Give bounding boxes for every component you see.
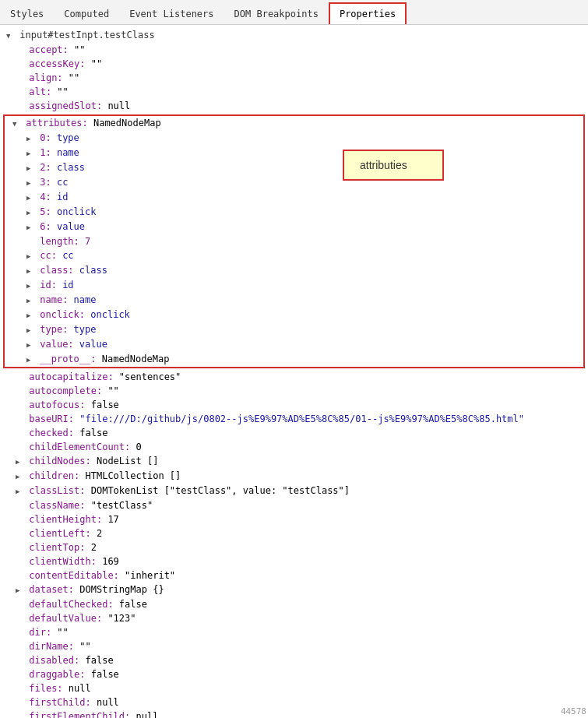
defaultchecked-prop: defaultChecked: false	[0, 597, 588, 611]
attr-index-2: 2: class	[5, 160, 583, 175]
attributes-key: attributes:	[26, 118, 87, 128]
assignedslot-leaf	[16, 100, 23, 112]
assignedslot-prop: assignedSlot: null	[0, 99, 588, 113]
attr-id-key: id:	[40, 280, 57, 290]
clientheight-prop: clientHeight: 17	[0, 512, 588, 526]
accept-prop: accept: ""	[0, 43, 588, 57]
accept-key: accept:	[29, 44, 69, 55]
attr-index-5: 5: onclick	[5, 205, 583, 220]
tab-event-listeners[interactable]: Event Listeners	[119, 2, 224, 24]
attr-length-label: length: 7	[40, 236, 90, 247]
childelementcount-prop: childElementCount: 0	[0, 440, 588, 454]
watermark: 44578	[561, 706, 586, 716]
attr-0-arrow[interactable]	[26, 132, 34, 145]
tab-styles[interactable]: Styles	[0, 2, 54, 24]
draggable-prop: draggable: false	[0, 667, 588, 681]
attr-name-key: name:	[40, 294, 68, 305]
attr-4-arrow[interactable]	[26, 191, 34, 204]
attr-id: id: id	[5, 278, 583, 293]
attr-name: name: name	[5, 293, 583, 308]
tab-properties[interactable]: Properties	[329, 2, 407, 24]
contenteditable-prop: contentEditable: "inherit"	[0, 568, 588, 582]
attr-type-arrow[interactable]	[26, 323, 34, 336]
checked-prop: checked: false	[0, 426, 588, 440]
attr-0-label: 0: type	[40, 132, 79, 143]
defaultvalue-prop: defaultValue: "123"	[0, 611, 588, 625]
autocapitalize-prop: autocapitalize: "sentences"	[0, 370, 588, 384]
attr-name-arrow[interactable]	[26, 294, 34, 307]
attr-proto: __proto__: NamedNodeMap	[5, 352, 583, 367]
attr-1-arrow[interactable]	[26, 146, 34, 160]
attr-type-val: type	[68, 324, 96, 335]
accesskey-prop: accessKey: ""	[0, 57, 588, 71]
classname-prop: className: "testClass"	[0, 498, 588, 512]
attributes-section: attributes: NamedNodeMap 0: type 1: name…	[3, 114, 585, 368]
attributes-header: attributes: NamedNodeMap	[5, 116, 583, 131]
attr-class-val: class	[74, 265, 107, 276]
attr-2-arrow[interactable]	[26, 161, 34, 174]
align-value: ""	[63, 72, 80, 83]
attr-onclick-val: onclick	[85, 309, 130, 320]
assignedslot-value: null	[102, 100, 130, 111]
attr-6-label: 6: value	[40, 221, 85, 232]
classlist-prop: classList: DOMTokenList ["testClass", va…	[0, 484, 588, 498]
clienttop-prop: clientTop: 2	[0, 540, 588, 554]
children-prop: children: HTMLCollection []	[0, 469, 588, 484]
attr-class-key: class:	[40, 265, 73, 276]
align-key: align:	[29, 72, 62, 83]
attr-onclick: onclick: onclick	[5, 308, 583, 322]
attr-cc-val: cc	[57, 250, 74, 261]
attr-id-val: id	[57, 280, 74, 290]
disabled-prop: disabled: false	[0, 653, 588, 667]
accept-value: ""	[69, 44, 86, 55]
attr-4-label: 4: id	[40, 192, 68, 202]
attr-id-arrow[interactable]	[26, 279, 34, 292]
accesskey-leaf	[16, 58, 23, 70]
attr-proto-arrow[interactable]	[26, 353, 34, 366]
attr-value: value: value	[5, 337, 583, 352]
attr-type-key: type:	[40, 324, 68, 335]
attributes-expand[interactable]	[12, 117, 20, 130]
attributies-tooltip: attributies	[343, 150, 444, 181]
attr-value-key: value:	[40, 339, 73, 350]
attr-length: length: 7	[5, 234, 583, 248]
attr-index-0: 0: type	[5, 131, 583, 146]
root-element: input#testInpt.testClass	[0, 28, 588, 43]
autocomplete-prop: autocomplete: ""	[0, 384, 588, 398]
tab-computed[interactable]: Computed	[54, 2, 119, 24]
attr-2-label: 2: class	[40, 162, 85, 173]
attr-index-3: 3: cc	[5, 175, 583, 190]
attr-onclick-key: onclick:	[40, 309, 85, 320]
accesskey-value: ""	[85, 58, 102, 69]
attr-3-label: 3: cc	[40, 177, 68, 188]
attr-value-arrow[interactable]	[26, 338, 34, 351]
root-expand-arrow[interactable]	[6, 29, 14, 42]
assignedslot-key: assignedSlot:	[29, 100, 102, 111]
alt-prop: alt: ""	[0, 85, 588, 99]
attributes-type: NamedNodeMap	[88, 118, 161, 128]
accesskey-key: accessKey:	[29, 58, 85, 69]
tab-bar: Styles Computed Event Listeners DOM Brea…	[0, 0, 588, 25]
clientwidth-prop: clientWidth: 169	[0, 554, 588, 568]
attr-onclick-arrow[interactable]	[26, 308, 34, 322]
tab-dom-breakpoints[interactable]: DOM Breakpoints	[224, 2, 329, 24]
attr-index-4: 4: id	[5, 190, 583, 205]
attr-proto-key: __proto__:	[40, 354, 96, 364]
attr-6-arrow[interactable]	[26, 220, 34, 234]
attr-value-val: value	[74, 339, 107, 350]
attr-1-label: 1: name	[40, 147, 79, 158]
attr-proto-val: NamedNodeMap	[96, 354, 169, 364]
alt-key: alt:	[29, 86, 51, 97]
dataset-prop: dataset: DOMStringMap {}	[0, 582, 588, 597]
autofocus-prop: autofocus: false	[0, 398, 588, 412]
accept-leaf	[16, 44, 23, 56]
attr-class-arrow[interactable]	[26, 264, 34, 277]
attr-5-arrow[interactable]	[26, 206, 34, 219]
attr-cc-arrow[interactable]	[26, 249, 34, 262]
firstchild-prop: firstChild: null	[0, 695, 588, 709]
attr-cc-key: cc:	[40, 250, 57, 261]
alt-leaf	[16, 86, 23, 98]
attr-cc: cc: cc	[5, 248, 583, 263]
attr-3-arrow[interactable]	[26, 176, 34, 189]
tooltip-text: attributies	[360, 159, 407, 171]
